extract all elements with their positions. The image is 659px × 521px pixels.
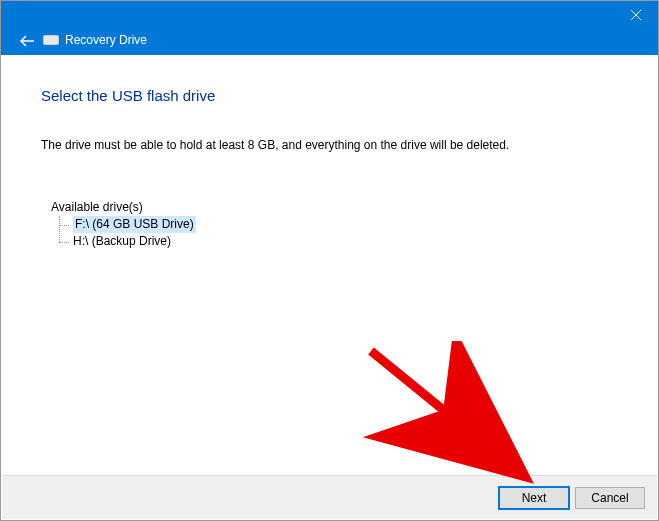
titlebar: Recovery Drive <box>1 1 658 55</box>
drives-label: Available drive(s) <box>51 200 618 214</box>
instruction-text: The drive must be able to hold at least … <box>41 138 618 152</box>
drive-icon <box>43 35 59 45</box>
close-button[interactable] <box>613 1 658 29</box>
close-icon <box>631 10 641 20</box>
window-title: Recovery Drive <box>65 33 147 47</box>
next-button[interactable]: Next <box>499 487 569 509</box>
drive-item-label: H:\ (Backup Drive) <box>73 234 171 248</box>
drive-item-label: F:\ (64 GB USB Drive) <box>73 216 196 233</box>
drive-item[interactable]: F:\ (64 GB USB Drive) <box>59 216 618 233</box>
page-heading: Select the USB flash drive <box>41 87 618 104</box>
back-arrow-icon <box>19 35 35 47</box>
content-area: Select the USB flash drive The drive mus… <box>1 55 658 250</box>
annotation-arrow <box>361 341 541 491</box>
drive-tree: F:\ (64 GB USB Drive) H:\ (Backup Drive) <box>59 216 618 250</box>
cancel-button[interactable]: Cancel <box>575 487 645 509</box>
footer: Next Cancel <box>2 475 657 519</box>
back-button[interactable] <box>19 35 35 50</box>
drive-item[interactable]: H:\ (Backup Drive) <box>59 233 618 250</box>
svg-line-4 <box>371 351 506 461</box>
